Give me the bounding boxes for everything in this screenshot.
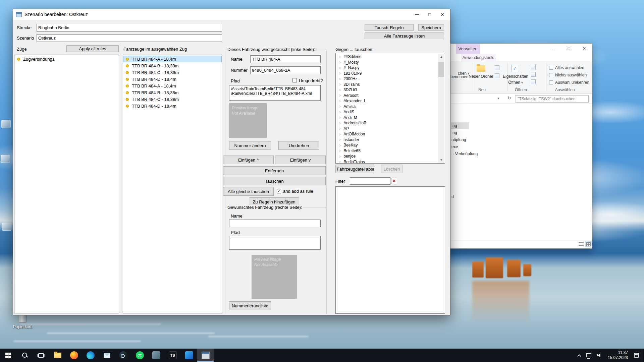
ribbon-button-fragment-umbenennen[interactable]: benennen	[450, 74, 468, 79]
history-icon[interactable]	[531, 79, 536, 84]
tree-item[interactable]: ▷benjoe	[336, 154, 445, 159]
scroll-down-icon[interactable]: ▼	[438, 157, 444, 163]
source-name-input[interactable]	[250, 55, 321, 63]
spotify-button[interactable]	[131, 349, 148, 362]
train-simulator-button[interactable]: TS	[164, 349, 181, 362]
zug-list-item[interactable]: Zugverbindung1	[14, 56, 119, 62]
select-none-button[interactable]: Nichts auswählen	[555, 73, 587, 77]
tree-item[interactable]: ▷Amisia	[336, 104, 445, 110]
tree-item[interactable]: ▷Alexander_L	[336, 98, 445, 104]
hidden-icons-button[interactable]	[575, 349, 583, 362]
open-small-button[interactable]: Öffnen ▾	[502, 80, 529, 85]
edge-button[interactable]	[82, 349, 99, 362]
easy-access-icon[interactable]	[495, 73, 499, 78]
fahrzeug-list-item[interactable]: TTB BR 484-D - 18,4m	[123, 103, 222, 109]
filter-input[interactable]	[350, 177, 390, 185]
taskbar-search-button[interactable]	[16, 349, 33, 362]
source-nummer-input[interactable]	[250, 66, 321, 74]
tausch-regeln-button[interactable]: Tausch-Regeln	[365, 24, 414, 31]
tsw-button[interactable]	[181, 349, 197, 362]
tree-item[interactable]: ▷182 010-9	[336, 71, 445, 76]
volume-tray-button[interactable]	[594, 349, 604, 362]
fahrzeug-list-item[interactable]: TTB BR 484-A - 18,4m	[123, 56, 222, 62]
desktop-icon-partial[interactable]	[2, 223, 11, 231]
fahrzeug-list-item[interactable]: TTB BR 484-B - 18,39m	[123, 62, 222, 69]
umdrehen-button[interactable]: Umdrehen	[278, 141, 319, 150]
tab-anwendungstools[interactable]: Anwendungstools	[461, 54, 496, 61]
einfuegen-up-button[interactable]: Einfügen ^	[223, 156, 274, 164]
maximize-button[interactable]: □	[423, 9, 436, 20]
clear-filter-icon[interactable]: ×	[391, 178, 397, 184]
tree-item[interactable]: ▷3DZUG	[336, 87, 445, 93]
szenario-input[interactable]	[37, 34, 222, 42]
task-view-button[interactable]	[33, 349, 49, 362]
tree-item[interactable]: ▷Belette65	[336, 148, 445, 154]
fahrzeug-list-item[interactable]: TTB BR 484-C - 18,39m	[123, 69, 222, 76]
fahrzeugdatei-absuchen-button[interactable]: Fahrzeugdatei absuchen	[335, 165, 374, 173]
source-pfad-box[interactable]: \Assets\TrainTeamBerlin\TTB_BR483-484 \R…	[229, 85, 321, 101]
desktop-icon-partial[interactable]	[1, 155, 10, 163]
maximize-button[interactable]: □	[561, 44, 577, 54]
fahrzeug-list-item[interactable]: TTB BR 484-B - 18,38m	[123, 89, 222, 96]
file-row[interactable]: exe	[451, 144, 458, 149]
entfernen-button[interactable]: Entfernen	[223, 166, 326, 175]
scroll-up-icon[interactable]: ▲	[438, 54, 444, 60]
alle-fahrzeuge-listen-button[interactable]: Alle Fahrzeuge listen	[365, 33, 444, 39]
tree-item[interactable]: ▷BeeKay	[336, 142, 445, 148]
scenario-tool-button-active[interactable]	[197, 349, 214, 362]
strecke-input[interactable]	[37, 24, 222, 32]
contextual-tab-verwalten[interactable]: Verwalten	[456, 44, 480, 54]
target-pfad-box[interactable]	[229, 236, 321, 250]
properties-icon[interactable]: ✓	[512, 65, 518, 72]
fahrzeug-list-item[interactable]: TTB BR 484-D - 18,4m	[123, 76, 222, 82]
umgedreht-checkbox[interactable]	[292, 78, 297, 82]
tree-item[interactable]: ▷Andi_M	[336, 115, 445, 121]
file-row[interactable]: d	[451, 194, 454, 199]
add-as-rule-checkbox[interactable]: ✓	[277, 189, 281, 193]
desktop-icon-partial[interactable]	[1, 120, 11, 128]
nummerierungliste-button[interactable]: Nummerierungliste	[229, 301, 271, 310]
address-dropdown-icon[interactable]: ▾	[497, 96, 499, 101]
fahrzeug-list-item[interactable]: TTB BR 484-C - 18,38m	[123, 96, 222, 103]
select-all-button[interactable]: Alles auswählen	[555, 65, 584, 70]
results-listbox[interactable]	[335, 186, 445, 314]
file-row-selected[interactable]: ng	[451, 122, 469, 129]
target-name-input[interactable]	[229, 220, 321, 227]
tree-item[interactable]: ▷AP	[336, 126, 445, 132]
refresh-icon[interactable]: ↻	[507, 96, 511, 101]
taskbar-clock[interactable]: 11:37 15.07.2023	[604, 350, 631, 360]
tree-item[interactable]: ▷2000Hz	[336, 76, 445, 82]
tree-item[interactable]: ▷AndreasHoff	[336, 120, 445, 126]
zuege-listbox[interactable]: Zugverbindung1	[14, 55, 119, 313]
provider-tree[interactable]: ▷##Sdilene ▷#_Mosty ▷#_Naspy ▷182 010-9 …	[335, 53, 445, 164]
action-center-button[interactable]	[631, 349, 642, 362]
properties-button[interactable]: Eigenschaften	[502, 74, 529, 79]
tree-scrollbar[interactable]: ▲ ▼	[438, 54, 444, 163]
tree-item[interactable]: ▷AndiS	[336, 109, 445, 115]
start-button[interactable]	[0, 349, 16, 362]
tree-item[interactable]: ▷#_Naspy	[336, 65, 445, 71]
firefox-button[interactable]	[66, 349, 82, 362]
new-item-icon[interactable]	[495, 65, 499, 70]
tree-item[interactable]: ▷##Sdilene	[336, 54, 445, 60]
edit-icon[interactable]	[531, 72, 536, 77]
close-button[interactable]: ×	[436, 9, 449, 20]
dialog-titlebar[interactable]: Szenario bearbeiten: Ostkreuz — □ ×	[13, 9, 450, 20]
new-folder-icon[interactable]	[477, 65, 485, 72]
tree-item[interactable]: ▷Aerosoft	[336, 93, 445, 99]
app-button[interactable]	[148, 349, 164, 362]
close-button[interactable]: ×	[577, 44, 592, 54]
minimize-button[interactable]: —	[546, 44, 561, 54]
minimize-button[interactable]: —	[411, 9, 423, 20]
details-view-icon[interactable]	[579, 242, 584, 246]
loeschen-button[interactable]: Löschen	[381, 165, 402, 173]
network-tray-button[interactable]	[583, 349, 594, 362]
mail-button[interactable]	[99, 349, 115, 362]
file-explorer-button[interactable]	[49, 349, 66, 362]
file-row[interactable]: nüpfung	[451, 137, 466, 142]
tree-item[interactable]: ▷BerlinTrains	[336, 159, 445, 164]
show-desktop-button[interactable]	[642, 349, 644, 362]
fahrzeuge-listbox[interactable]: TTB BR 484-A - 18,4m TTB BR 484-B - 18,3…	[123, 55, 222, 313]
file-row[interactable]: ng	[452, 130, 457, 135]
thumbnails-view-icon[interactable]	[586, 242, 591, 246]
